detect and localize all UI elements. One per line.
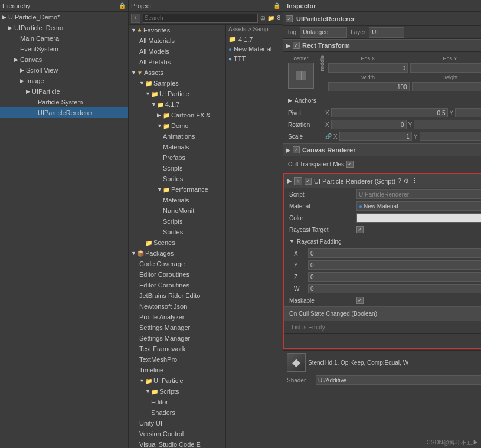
raycast-padding-section[interactable]: ▼ Raycast Padding (284, 236, 481, 247)
tree-item-maincam[interactable]: Main Camera (0, 33, 128, 44)
maskable-checkbox[interactable] (356, 297, 364, 304)
tree-item-uiparticlerenderer[interactable]: UIParticleRenderer (0, 107, 128, 118)
width-header: Width (328, 74, 408, 80)
pivot-y-input[interactable] (455, 108, 481, 117)
tree-shaders-pkg[interactable]: Shaders (129, 407, 225, 418)
pivot-x-input[interactable] (331, 108, 448, 117)
pivot-label: Pivot (288, 110, 323, 116)
folder-icon: 📁 (267, 15, 274, 21)
script-enable-checkbox[interactable] (305, 178, 312, 185)
cull-checkbox[interactable] (346, 161, 354, 168)
tag-dropdown[interactable]: Untagged (300, 27, 347, 38)
tree-performance[interactable]: ▼ 📁 Performance (129, 184, 225, 195)
on-cull-header: On Cull State Changed (Boolean) (284, 306, 481, 321)
tree-assets[interactable]: ▼ ▼ Assets (129, 67, 225, 78)
view-icons: ⊞ (260, 15, 265, 21)
tree-prefabs[interactable]: Prefabs (129, 152, 225, 163)
raycast-target-checkbox[interactable] (356, 226, 364, 233)
tree-item-label: Image (26, 77, 44, 84)
anchors-section[interactable]: ▶ Anchors (283, 94, 481, 107)
pos-y-input[interactable] (410, 63, 481, 73)
rect-transform-enable[interactable] (293, 42, 300, 49)
rotation-row: Rotation X Y Z (283, 119, 481, 130)
tree-samples[interactable]: ▼ 📁 Samples (129, 78, 225, 89)
anchor-widget[interactable] (288, 63, 314, 89)
tree-4117[interactable]: ▼ 📁 4.1.7 (129, 99, 225, 110)
pos-x-input[interactable] (328, 63, 408, 73)
tree-label: Settings Manager (139, 335, 190, 342)
tree-ui-particle[interactable]: ▼ 📁 UI Particle (129, 89, 225, 99)
tree-newtonsoft[interactable]: Newtonsoft Json (129, 301, 225, 312)
tree-settingsmanager[interactable]: Settings Manager (129, 333, 225, 344)
tree-uiparticle-pkg[interactable]: ▼ 📁 UI Particle (129, 375, 225, 386)
tree-all-materials[interactable]: All Materials (129, 35, 225, 46)
tree-timeline[interactable]: Timeline (129, 365, 225, 375)
tree-all-models[interactable]: All Models (129, 46, 225, 57)
tree-versioncontrol[interactable]: Version Control (129, 429, 225, 439)
tree-item-canvas[interactable]: ▶ Canvas (0, 54, 128, 65)
tree-perf-materials[interactable]: Materials (129, 195, 225, 205)
color-field[interactable] (356, 213, 481, 223)
tree-item-uiparticle[interactable]: ▶ UIParticle (0, 86, 128, 97)
tree-favorites[interactable]: ▼ ★ Favorites (129, 25, 225, 35)
tree-testframework[interactable]: Test Framework (129, 344, 225, 354)
tree-textmeshpro[interactable]: TextMeshPro (129, 354, 225, 365)
tree-nanomonit[interactable]: NanoMonit (129, 205, 225, 216)
scale-x-input[interactable] (339, 132, 412, 141)
canvas-renderer-enable[interactable] (293, 146, 300, 153)
material-text: New Material (364, 203, 481, 210)
rect-transform-header[interactable]: ▶ Rect Transform ? ⚙ ⋮ (283, 39, 481, 52)
height-input[interactable] (412, 82, 481, 91)
tree-scenes[interactable]: 📁 Scenes (129, 237, 225, 248)
tree-perf-sprites[interactable]: Sprites (129, 227, 225, 237)
asset-item-newmate[interactable]: ● New Material (226, 44, 283, 54)
add-button[interactable]: + (131, 14, 140, 23)
rot-x-input[interactable] (331, 120, 407, 129)
tree-customnunit[interactable]: Editor Coroutines (129, 269, 225, 280)
tree-label: TextMeshPro (139, 356, 177, 363)
padding-x-row: X 0 (284, 247, 481, 259)
tree-scripts-pkg[interactable]: ▼ 📁 Scripts (129, 386, 225, 397)
asset-item-ttt[interactable]: ● TTT (226, 54, 283, 63)
tree-item-particlesys[interactable]: Particle System (0, 97, 128, 107)
arrow-icon: ▼ (131, 27, 137, 33)
on-cull-label: On Cull State Changed (Boolean) (289, 310, 377, 317)
shader-dropdown[interactable]: UI/Additive ▼ (316, 375, 481, 385)
tree-label: Code Coverage (139, 260, 185, 267)
tree-item-uidemo-star[interactable]: ▶ UIParticle_Demo* (0, 12, 128, 22)
rot-y-label: Y (408, 122, 413, 128)
tree-codecoverage[interactable]: Code Coverage (129, 259, 225, 269)
tree-profileanalyzer[interactable]: Profile Analyzer (129, 312, 225, 322)
width-input[interactable] (328, 82, 410, 91)
tree-label: UI Particle (153, 377, 184, 384)
tree-cartoon[interactable]: ▶ 📁 Cartoon FX & (129, 110, 225, 120)
tree-all-prefabs[interactable]: All Prefabs (129, 57, 225, 67)
component-enabled-checkbox[interactable] (286, 15, 293, 22)
tree-item-scrollview[interactable]: ▶ Scroll View (0, 65, 128, 76)
tree-editor-pkg[interactable]: Editor (129, 397, 225, 407)
tree-visualscripting[interactable]: Visual Studio Code E (129, 439, 225, 448)
tree-animations[interactable]: Animations (129, 131, 225, 142)
canvas-renderer-header[interactable]: ▶ Canvas Renderer ? ⚙ ⋮ (283, 143, 481, 156)
tree-materials[interactable]: Materials (129, 142, 225, 152)
rot-y-input[interactable] (414, 120, 481, 129)
tree-perf-scripts[interactable]: Scripts (129, 216, 225, 227)
tree-item-eventsystem[interactable]: EventSystem (0, 44, 128, 54)
tree-demo[interactable]: ▼ 📁 Demo (129, 120, 225, 131)
tree-servicescore[interactable]: Settings Manager (129, 322, 225, 333)
layer-dropdown[interactable]: UI (369, 27, 404, 38)
tree-editorcoroutines[interactable]: Editor Coroutines (129, 280, 225, 290)
script-section-header[interactable]: ▶ # UI Particle Renderer (Script) ? ⚙ ⋮ (284, 174, 481, 188)
tree-item-uidemo[interactable]: ▶ UIParticle_Demo (0, 22, 128, 33)
rect-transform-title: Rect Transform (302, 42, 481, 49)
tree-item-image[interactable]: ▶ Image (0, 76, 128, 86)
tree-jetbrains[interactable]: JetBrains Rider Edito (129, 290, 225, 301)
tree-unityui[interactable]: Unity UI (129, 418, 225, 429)
tree-sprites[interactable]: Sprites (129, 174, 225, 184)
project-search-input[interactable] (143, 14, 259, 23)
hierarchy-panel: Hierarchy 🔒 ▶ UIParticle_Demo* ▶ UIParti… (0, 0, 129, 448)
asset-item-417[interactable]: 📁 4.1.7 (226, 34, 283, 44)
tree-scripts[interactable]: Scripts (129, 163, 225, 174)
scale-y-input[interactable] (420, 132, 481, 141)
tree-packages[interactable]: ▼ 📦 Packages (129, 248, 225, 259)
